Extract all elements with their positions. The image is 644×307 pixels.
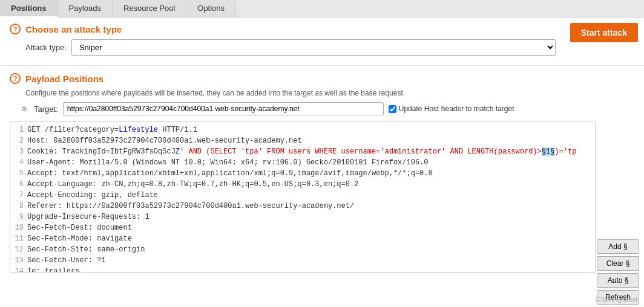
line-number: 1 [10, 124, 27, 135]
target-drag-icon: ⊕ [19, 104, 29, 114]
side-buttons: Add § Clear § Auto § Refresh [597, 239, 644, 305]
table-row: 4User-Agent: Mozilla/5.0 (Windows NT 10.… [10, 157, 595, 168]
table-row: 9Upgrade-Insecure-Requests: 1 [10, 212, 595, 222]
line-content: Accept: text/html,application/xhtml+xml,… [27, 168, 433, 179]
payload-positions-title: Payload Positions [25, 74, 104, 84]
positions-description: Configure the positions where payloads w… [25, 89, 634, 97]
line-content: Sec-Fetch-Site: same-origin [27, 244, 145, 255]
table-row: 3Cookie: TrackingId=IbtFgRW3fsOqScJZ' AN… [10, 146, 595, 157]
target-label: Target: [34, 105, 58, 114]
line-number: 7 [10, 190, 27, 201]
line-number: 3 [10, 146, 27, 157]
tab-resource-pool[interactable]: Resource Pool [113, 0, 186, 17]
update-host-label[interactable]: Update Host header to match target [389, 105, 514, 113]
line-number: 6 [10, 179, 27, 190]
table-row: 7Accept-Encoding: gzip, deflate [10, 190, 595, 201]
table-row: 8Referer: https://0a2800ff03a52973c27904… [10, 201, 595, 212]
tab-bar: Positions Payloads Resource Pool Options [0, 0, 644, 18]
table-row: 10Sec-Fetch-Dest: document [10, 222, 595, 233]
watermark: CSDN @tpaer [596, 296, 638, 303]
line-number: 10 [10, 222, 27, 233]
target-input[interactable] [63, 102, 384, 115]
table-row: 14Te: trailers [10, 266, 595, 273]
section-divider [0, 65, 644, 66]
update-host-text: Update Host header to match target [399, 105, 514, 113]
add-button[interactable]: Add § [597, 239, 639, 254]
start-attack-button[interactable]: Start attack [570, 23, 638, 42]
clear-button[interactable]: Clear § [597, 256, 639, 271]
line-content: Accept-Encoding: gzip, deflate [27, 190, 158, 201]
table-row: 1GET /filter?category=Lifestyle HTTP/1.1 [10, 124, 595, 135]
line-number: 11 [10, 233, 27, 244]
line-content: Accept-Language: zh-CN,zh;q=0.8,zh-TW;q=… [27, 179, 358, 190]
line-content: Upgrade-Insecure-Requests: 1 [27, 212, 150, 222]
main-content: ? Choose an attack type Attack type: Sni… [0, 18, 644, 306]
line-content: Cookie: TrackingId=IbtFgRW3fsOqScJZ' AND… [27, 146, 576, 157]
code-editor[interactable]: 1GET /filter?category=Lifestyle HTTP/1.1… [10, 121, 596, 273]
payload-positions-help-icon[interactable]: ? [10, 73, 21, 84]
target-row: ⊕ Target: Update Host header to match ta… [19, 102, 634, 115]
tab-options[interactable]: Options [186, 0, 236, 17]
attack-type-title: Choose an attack type [25, 24, 122, 34]
attack-type-help-icon[interactable]: ? [10, 24, 21, 34]
line-content: Referer: https://0a2800ff03a52973c27904c… [27, 201, 354, 212]
table-row: 2Host: 0a2800ff03a52973c27904c700d400a1.… [10, 135, 595, 146]
table-row: 5Accept: text/html,application/xhtml+xml… [10, 168, 595, 179]
line-content: Sec-Fetch-Dest: document [27, 222, 132, 233]
line-content: User-Agent: Mozilla/5.0 (Windows NT 10.0… [27, 157, 429, 168]
line-content: GET /filter?category=Lifestyle HTTP/1.1 [27, 124, 197, 135]
attack-type-label: Attack type: [25, 43, 67, 52]
update-host-checkbox[interactable] [389, 105, 396, 113]
table-row: 13Sec-Fetch-User: ?1 [10, 255, 595, 266]
line-number: 13 [10, 255, 27, 266]
tab-payloads[interactable]: Payloads [58, 0, 113, 17]
table-row: 11Sec-Fetch-Mode: navigate [10, 233, 595, 244]
attack-type-section: ? Choose an attack type Attack type: Sni… [0, 18, 644, 63]
line-number: 14 [10, 266, 27, 273]
line-number: 2 [10, 135, 27, 146]
line-content: Host: 0a2800ff03a52973c27904c700d400a1.w… [27, 135, 302, 146]
payload-positions-section: ? Payload Positions Configure the positi… [0, 68, 644, 121]
line-content: Sec-Fetch-User: ?1 [27, 255, 106, 266]
attack-type-row: Attack type: Sniper Battering ram Pitchf… [25, 39, 634, 56]
line-number: 12 [10, 244, 27, 255]
table-row: 6Accept-Language: zh-CN,zh;q=0.8,zh-TW;q… [10, 179, 595, 190]
line-content: Sec-Fetch-Mode: navigate [27, 233, 132, 244]
line-number: 9 [10, 212, 27, 222]
attack-type-select[interactable]: Sniper Battering ram Pitchfork Cluster b… [71, 39, 556, 56]
line-content: Te: trailers [27, 266, 79, 273]
line-number: 5 [10, 168, 27, 179]
auto-button[interactable]: Auto § [597, 273, 639, 288]
line-number: 4 [10, 157, 27, 168]
line-number: 8 [10, 201, 27, 212]
table-row: 12Sec-Fetch-Site: same-origin [10, 244, 595, 255]
code-section: 1GET /filter?category=Lifestyle HTTP/1.1… [0, 121, 644, 273]
tab-positions[interactable]: Positions [0, 0, 58, 18]
